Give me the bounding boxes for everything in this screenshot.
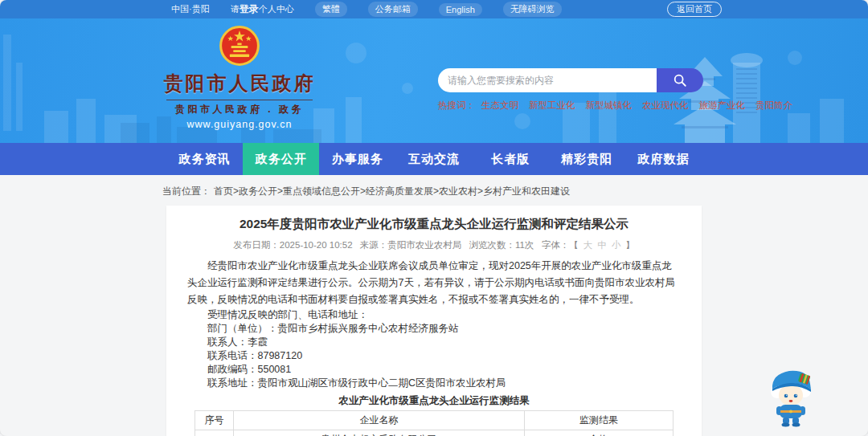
back-home-button[interactable]: 返回首页 bbox=[667, 2, 722, 17]
article-paragraph: 受理情况反映的部门、电话和地址： bbox=[187, 308, 681, 322]
article-title: 2025年度贵阳市农业产业化市级重点龙头企业运行监测和评定结果公示 bbox=[187, 216, 681, 232]
cell-result: 合格 bbox=[525, 430, 673, 436]
nav-item-zfsj[interactable]: 政府数据 bbox=[625, 143, 702, 175]
monitoring-result-table: 序号 企业名称 监测结果 1 贵州合力超市采购有限公司 合格 2 贵州友禾种业有… bbox=[194, 410, 674, 436]
site-url: www.guiyang.gov.cn bbox=[159, 119, 320, 130]
search-bar bbox=[438, 68, 703, 92]
nav-item-jcgy[interactable]: 精彩贵阳 bbox=[549, 143, 625, 175]
table-row: 1 贵州合力超市采购有限公司 合格 bbox=[195, 430, 674, 436]
font-size-large-button[interactable]: 大 bbox=[583, 240, 593, 250]
site-identity: 贵阳市人民政府 贵阳市人民政府 . 政务 www.guiyang.gov.cn bbox=[159, 25, 320, 130]
hot-search-item[interactable]: 新型城镇化 bbox=[586, 100, 633, 112]
topbar-link-accessibility[interactable]: 无障碍浏览 bbox=[503, 2, 562, 17]
contact-department: 部门（单位）：贵阳市乡村振兴服务中心农村经济服务站 bbox=[187, 322, 681, 336]
article-paragraph: 经贵阳市农业产业化市级重点龙头企业联席会议成员单位审定，现对2025年开展的农业… bbox=[187, 258, 681, 308]
site-banner: 贵阳市人民政府 贵阳市人民政府 . 政务 www.guiyang.gov.cn … bbox=[0, 18, 868, 143]
topbar-link-login[interactable]: 请登录个人中心 bbox=[231, 2, 294, 16]
article-body: 经贵阳市农业产业化市级重点龙头企业联席会议成员单位审定，现对2025年开展的农业… bbox=[187, 258, 681, 436]
breadcrumb: 当前位置：首页>政务公开>重点领域信息公开>经济高质量发展>农业农村>乡村产业和… bbox=[0, 175, 868, 206]
hot-search-item[interactable]: 贵阳简介 bbox=[755, 100, 792, 112]
col-header-index: 序号 bbox=[195, 411, 234, 430]
national-emblem-icon bbox=[219, 25, 260, 67]
nav-item-bsfw[interactable]: 办事服务 bbox=[319, 143, 395, 175]
col-header-result: 监测结果 bbox=[525, 411, 673, 430]
search-button[interactable] bbox=[657, 68, 703, 92]
cell-index: 1 bbox=[195, 430, 234, 436]
main-navigation: 政务资讯 政务公开 办事服务 互动交流 长者版 精彩贵阳 政府数据 bbox=[0, 143, 868, 175]
hot-search-item[interactable]: 新型工业化 bbox=[529, 100, 575, 112]
login-prefix: 请 bbox=[231, 4, 240, 14]
view-count: 浏览次数：11次 bbox=[469, 240, 534, 250]
table-caption: 农业产业化市级重点龙头企业运行监测结果 bbox=[187, 394, 681, 408]
topbar-link-traditional[interactable]: 繁體 bbox=[315, 2, 347, 17]
nav-item-hdjl[interactable]: 互动交流 bbox=[395, 143, 472, 175]
browser-page: 中国·贵阳 请登录个人中心 繁體 公务邮箱 English 无障碍浏览 返回首页 bbox=[0, 0, 868, 436]
hot-search-item[interactable]: 农业现代化 bbox=[642, 100, 689, 112]
breadcrumb-label: 当前位置： bbox=[162, 185, 211, 197]
hot-search-label: 热搜词： bbox=[438, 100, 475, 112]
nav-item-zwzx[interactable]: 政务资讯 bbox=[166, 143, 243, 175]
city-skyline-illustration bbox=[0, 18, 868, 143]
topbar-link-region[interactable]: 中国·贵阳 bbox=[171, 3, 210, 15]
nav-item-zwgk[interactable]: 政务公开 bbox=[243, 143, 319, 175]
mascot-icon bbox=[767, 363, 815, 427]
publish-date: 发布日期：2025-10-20 10:52 bbox=[233, 240, 352, 250]
font-size-medium-button[interactable]: 中 bbox=[597, 240, 607, 250]
hot-search-item[interactable]: 旅游产业化 bbox=[699, 100, 746, 112]
contact-address: 联系地址：贵阳市观山湖区市级行政中心二期C区贵阳市农业农村局 bbox=[187, 377, 681, 390]
mascot-assistant[interactable] bbox=[767, 363, 815, 427]
search-input[interactable] bbox=[438, 68, 657, 92]
site-title: 贵阳市人民政府 bbox=[159, 71, 320, 96]
col-header-company: 企业名称 bbox=[233, 411, 525, 430]
contact-person: 联系人：李霞 bbox=[187, 336, 681, 349]
content-area: 当前位置：首页>政务公开>重点领域信息公开>经济高质量发展>农业农村>乡村产业和… bbox=[0, 175, 868, 436]
hot-search-row: 热搜词： 生态文明 新型工业化 新型城镇化 农业现代化 旅游产业化 贵阳简介 bbox=[438, 100, 703, 112]
top-utility-bar: 中国·贵阳 请登录个人中心 繁體 公务邮箱 English 无障碍浏览 返回首页 bbox=[0, 0, 868, 18]
font-size-small-button[interactable]: 小 bbox=[612, 240, 621, 250]
login-suffix: 个人中心 bbox=[259, 4, 294, 14]
title-divider bbox=[166, 100, 313, 100]
postal-code: 邮政编码：550081 bbox=[187, 363, 681, 377]
cell-company: 贵州合力超市采购有限公司 bbox=[233, 430, 525, 436]
article-meta: 发布日期：2025-10-20 10:52 来源：贵阳市农业农村局 浏览次数：1… bbox=[187, 239, 681, 251]
table-header-row: 序号 企业名称 监测结果 bbox=[195, 411, 674, 430]
article-source: 来源：贵阳市农业农村局 bbox=[360, 240, 462, 250]
hot-search-item[interactable]: 生态文明 bbox=[481, 100, 518, 112]
topbar-link-mail[interactable]: 公务邮箱 bbox=[368, 2, 418, 17]
contact-phone: 联系电话：87987120 bbox=[187, 349, 681, 363]
article-card: 2025年度贵阳市农业产业化市级重点龙头企业运行监测和评定结果公示 发布日期：2… bbox=[166, 206, 702, 436]
font-size-label: 字体：【 bbox=[542, 240, 579, 250]
breadcrumb-path[interactable]: 首页>政务公开>重点领域信息公开>经济高质量发展>农业农村>乡村产业和农田建设 bbox=[214, 185, 570, 197]
site-subtitle: 贵阳市人民政府 . 政务 bbox=[159, 103, 320, 116]
search-area: 热搜词： 生态文明 新型工业化 新型城镇化 农业现代化 旅游产业化 贵阳简介 bbox=[438, 68, 703, 112]
font-size-label-close: 】 bbox=[625, 240, 635, 250]
login-bold: 登录 bbox=[240, 3, 259, 14]
topbar-link-english[interactable]: English bbox=[439, 3, 482, 16]
nav-item-zzb[interactable]: 长者版 bbox=[473, 143, 549, 175]
search-icon bbox=[673, 73, 687, 88]
